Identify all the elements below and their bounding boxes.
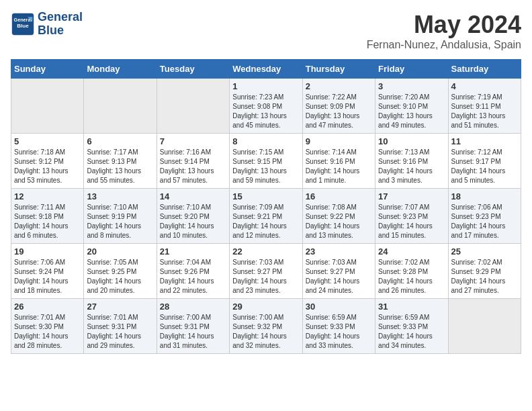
- day-info: Sunrise: 7:20 AM Sunset: 9:10 PM Dayligh…: [378, 93, 445, 130]
- day-info: Sunrise: 7:06 AM Sunset: 9:23 PM Dayligh…: [451, 203, 518, 240]
- day-number: 3: [378, 81, 445, 91]
- day-number: 6: [87, 136, 153, 146]
- day-number: 18: [451, 191, 518, 201]
- calendar-cell: 1Sunrise: 7:23 AM Sunset: 9:08 PM Daylig…: [230, 79, 302, 134]
- day-number: 13: [87, 191, 153, 201]
- calendar-week-row: 26Sunrise: 7:01 AM Sunset: 9:30 PM Dayli…: [11, 299, 521, 354]
- day-info: Sunrise: 7:14 AM Sunset: 9:16 PM Dayligh…: [306, 148, 372, 185]
- weekday-header-thursday: Thursday: [302, 60, 375, 79]
- day-number: 4: [451, 81, 518, 91]
- day-number: 20: [87, 246, 153, 257]
- calendar-cell: 22Sunrise: 7:03 AM Sunset: 9:27 PM Dayli…: [230, 244, 302, 299]
- day-number: 16: [306, 191, 372, 201]
- day-number: 14: [160, 191, 226, 201]
- day-info: Sunrise: 7:15 AM Sunset: 9:15 PM Dayligh…: [232, 148, 299, 185]
- day-info: Sunrise: 7:08 AM Sunset: 9:22 PM Dayligh…: [306, 203, 372, 240]
- day-number: 31: [378, 302, 445, 312]
- calendar-cell: 26Sunrise: 7:01 AM Sunset: 9:30 PM Dayli…: [11, 299, 84, 354]
- calendar-cell: 30Sunrise: 6:59 AM Sunset: 9:33 PM Dayli…: [302, 299, 375, 354]
- calendar-cell: 11Sunrise: 7:12 AM Sunset: 9:17 PM Dayli…: [448, 134, 521, 189]
- calendar-cell: 23Sunrise: 7:03 AM Sunset: 9:27 PM Dayli…: [302, 244, 375, 299]
- day-info: Sunrise: 7:01 AM Sunset: 9:30 PM Dayligh…: [14, 313, 81, 351]
- day-number: 5: [14, 136, 81, 146]
- day-number: 10: [378, 136, 445, 146]
- day-number: 12: [14, 191, 81, 201]
- location-subtitle: Fernan-Nunez, Andalusia, Spain: [367, 39, 521, 51]
- day-info: Sunrise: 6:59 AM Sunset: 9:33 PM Dayligh…: [378, 313, 445, 351]
- logo: General Blue General Blue: [11, 11, 83, 38]
- day-number: 8: [232, 136, 299, 146]
- logo-icon: General Blue: [11, 12, 35, 36]
- day-number: 11: [451, 136, 518, 146]
- calendar-cell: 7Sunrise: 7:16 AM Sunset: 9:14 PM Daylig…: [157, 134, 229, 189]
- calendar-table: SundayMondayTuesdayWednesdayThursdayFrid…: [11, 59, 521, 354]
- day-info: Sunrise: 7:12 AM Sunset: 9:17 PM Dayligh…: [451, 148, 518, 185]
- day-info: Sunrise: 7:19 AM Sunset: 9:11 PM Dayligh…: [451, 93, 518, 130]
- day-number: 24: [378, 246, 445, 257]
- day-number: 17: [378, 191, 445, 201]
- svg-text:Blue: Blue: [17, 23, 29, 29]
- day-info: Sunrise: 7:13 AM Sunset: 9:16 PM Dayligh…: [378, 148, 445, 185]
- calendar-week-row: 1Sunrise: 7:23 AM Sunset: 9:08 PM Daylig…: [11, 79, 521, 134]
- day-number: 26: [14, 302, 81, 312]
- day-number: 2: [306, 81, 372, 91]
- calendar-week-row: 19Sunrise: 7:06 AM Sunset: 9:24 PM Dayli…: [11, 244, 521, 299]
- day-number: 19: [14, 246, 81, 257]
- calendar-cell: [84, 79, 157, 134]
- day-info: Sunrise: 7:01 AM Sunset: 9:31 PM Dayligh…: [87, 313, 153, 351]
- calendar-cell: 16Sunrise: 7:08 AM Sunset: 9:22 PM Dayli…: [302, 189, 375, 244]
- calendar-cell: 10Sunrise: 7:13 AM Sunset: 9:16 PM Dayli…: [375, 134, 448, 189]
- calendar-cell: 8Sunrise: 7:15 AM Sunset: 9:15 PM Daylig…: [230, 134, 302, 189]
- calendar-cell: 3Sunrise: 7:20 AM Sunset: 9:10 PM Daylig…: [375, 79, 448, 134]
- day-info: Sunrise: 7:04 AM Sunset: 9:26 PM Dayligh…: [160, 258, 226, 295]
- weekday-header-friday: Friday: [375, 60, 448, 79]
- day-info: Sunrise: 6:59 AM Sunset: 9:33 PM Dayligh…: [306, 313, 372, 351]
- day-info: Sunrise: 7:02 AM Sunset: 9:29 PM Dayligh…: [451, 258, 518, 295]
- day-number: 15: [232, 191, 299, 201]
- calendar-cell: [157, 79, 229, 134]
- weekday-header-saturday: Saturday: [448, 60, 521, 79]
- logo-text: General Blue: [38, 11, 83, 38]
- calendar-cell: 12Sunrise: 7:11 AM Sunset: 9:18 PM Dayli…: [11, 189, 84, 244]
- day-number: 27: [87, 302, 153, 312]
- day-info: Sunrise: 7:03 AM Sunset: 9:27 PM Dayligh…: [232, 258, 299, 295]
- day-info: Sunrise: 7:09 AM Sunset: 9:21 PM Dayligh…: [232, 203, 299, 240]
- day-info: Sunrise: 7:10 AM Sunset: 9:19 PM Dayligh…: [87, 203, 153, 240]
- day-info: Sunrise: 7:10 AM Sunset: 9:20 PM Dayligh…: [160, 203, 226, 240]
- day-number: 30: [306, 302, 372, 312]
- title-area: May 2024 Fernan-Nunez, Andalusia, Spain: [367, 11, 521, 51]
- calendar-cell: 25Sunrise: 7:02 AM Sunset: 9:29 PM Dayli…: [448, 244, 521, 299]
- day-number: 29: [232, 302, 299, 312]
- weekday-header-tuesday: Tuesday: [157, 60, 229, 79]
- day-number: 25: [451, 246, 518, 257]
- calendar-cell: 28Sunrise: 7:00 AM Sunset: 9:31 PM Dayli…: [157, 299, 229, 354]
- day-number: 23: [306, 246, 372, 257]
- calendar-cell: 4Sunrise: 7:19 AM Sunset: 9:11 PM Daylig…: [448, 79, 521, 134]
- day-number: 28: [160, 302, 226, 312]
- weekday-header-monday: Monday: [84, 60, 157, 79]
- calendar-cell: 6Sunrise: 7:17 AM Sunset: 9:13 PM Daylig…: [84, 134, 157, 189]
- calendar-cell: 29Sunrise: 7:00 AM Sunset: 9:32 PM Dayli…: [230, 299, 302, 354]
- weekday-header-wednesday: Wednesday: [230, 60, 302, 79]
- day-info: Sunrise: 7:17 AM Sunset: 9:13 PM Dayligh…: [87, 148, 153, 185]
- calendar-cell: 14Sunrise: 7:10 AM Sunset: 9:20 PM Dayli…: [157, 189, 229, 244]
- day-info: Sunrise: 7:07 AM Sunset: 9:23 PM Dayligh…: [378, 203, 445, 240]
- day-info: Sunrise: 7:03 AM Sunset: 9:27 PM Dayligh…: [306, 258, 372, 295]
- weekday-header-row: SundayMondayTuesdayWednesdayThursdayFrid…: [11, 60, 521, 79]
- month-year-title: May 2024: [367, 11, 521, 39]
- calendar-cell: 27Sunrise: 7:01 AM Sunset: 9:31 PM Dayli…: [84, 299, 157, 354]
- calendar-cell: 17Sunrise: 7:07 AM Sunset: 9:23 PM Dayli…: [375, 189, 448, 244]
- day-info: Sunrise: 7:06 AM Sunset: 9:24 PM Dayligh…: [14, 258, 81, 295]
- calendar-cell: 2Sunrise: 7:22 AM Sunset: 9:09 PM Daylig…: [302, 79, 375, 134]
- calendar-cell: [11, 79, 84, 134]
- day-info: Sunrise: 7:22 AM Sunset: 9:09 PM Dayligh…: [306, 93, 372, 130]
- day-number: 21: [160, 246, 226, 257]
- calendar-cell: 13Sunrise: 7:10 AM Sunset: 9:19 PM Dayli…: [84, 189, 157, 244]
- calendar-week-row: 5Sunrise: 7:18 AM Sunset: 9:12 PM Daylig…: [11, 134, 521, 189]
- day-number: 9: [306, 136, 372, 146]
- day-number: 22: [232, 246, 299, 257]
- day-info: Sunrise: 7:02 AM Sunset: 9:28 PM Dayligh…: [378, 258, 445, 295]
- calendar-week-row: 12Sunrise: 7:11 AM Sunset: 9:18 PM Dayli…: [11, 189, 521, 244]
- day-info: Sunrise: 7:18 AM Sunset: 9:12 PM Dayligh…: [14, 148, 81, 185]
- day-info: Sunrise: 7:11 AM Sunset: 9:18 PM Dayligh…: [14, 203, 81, 240]
